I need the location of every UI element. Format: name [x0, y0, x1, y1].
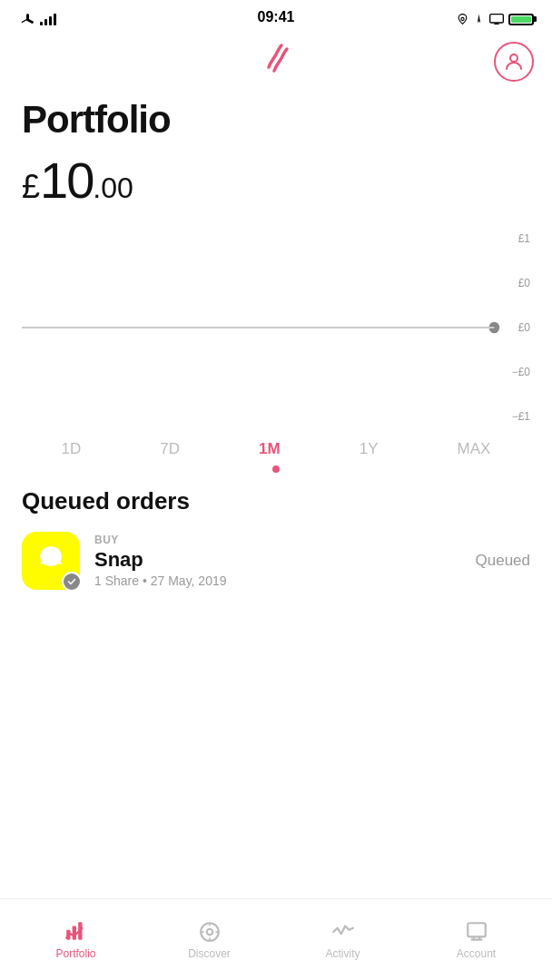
- portfolio-value: £ 10 .00: [22, 151, 530, 210]
- chart-container: £1 £0 £0 −£0 −£1: [22, 228, 530, 427]
- page-title: Portfolio: [22, 98, 530, 142]
- status-right: [457, 13, 534, 25]
- header: [0, 34, 552, 89]
- nav-discover[interactable]: Discover: [143, 920, 276, 960]
- currency-symbol: £: [22, 168, 40, 206]
- svg-rect-7: [72, 926, 75, 939]
- time-1m[interactable]: 1M: [250, 436, 290, 462]
- chart-labels: £1 £0 £0 −£0 −£1: [512, 228, 530, 427]
- order-meta: 1 Share • 27 May, 2019: [94, 573, 461, 588]
- portfolio-chart: [22, 228, 503, 427]
- svg-rect-1: [490, 15, 504, 23]
- discover-icon: [198, 920, 222, 944]
- chart-label-1: £1: [512, 232, 530, 245]
- status-bar: 09:41: [0, 0, 552, 34]
- user-icon: [503, 51, 525, 73]
- status-left: [18, 13, 56, 25]
- time-max[interactable]: MAX: [448, 436, 500, 462]
- svg-point-0: [461, 17, 464, 20]
- time-selector: 1D 7D 1M 1Y MAX: [22, 427, 530, 466]
- order-details: BUY Snap 1 Share • 27 May, 2019: [94, 534, 461, 588]
- order-type: BUY: [94, 534, 461, 546]
- navigation-icon: [473, 13, 485, 25]
- order-item[interactable]: BUY Snap 1 Share • 27 May, 2019 Queued: [22, 532, 530, 590]
- status-time: 09:41: [258, 9, 295, 25]
- main-content: Portfolio £ 10 .00 £1 £0 £0 −£0 −£1 1D 7…: [0, 89, 552, 590]
- nav-portfolio[interactable]: Portfolio: [9, 920, 143, 960]
- nav-activity-label: Activity: [325, 947, 360, 960]
- svg-point-2: [510, 54, 518, 62]
- chart-label-4: −£0: [512, 366, 530, 378]
- chart-label-5: −£1: [512, 410, 530, 423]
- svg-rect-15: [468, 923, 486, 936]
- nav-account-label: Account: [457, 947, 496, 960]
- time-indicator: [22, 466, 530, 473]
- nav-discover-label: Discover: [188, 947, 231, 960]
- time-1y[interactable]: 1Y: [350, 436, 388, 462]
- signal-bars: [40, 13, 56, 25]
- value-integer: 10: [40, 151, 93, 210]
- bottom-nav: Portfolio Discover Activity Account: [0, 898, 552, 980]
- time-7d[interactable]: 7D: [151, 436, 189, 462]
- portfolio-icon: [64, 920, 88, 944]
- chart-label-3: £0: [512, 321, 530, 334]
- queued-badge: [62, 572, 82, 592]
- order-status: Queued: [476, 552, 531, 570]
- stock-icon-wrapper: [22, 532, 80, 590]
- avatar-button[interactable]: [494, 42, 534, 82]
- active-time-dot: [272, 466, 280, 473]
- stock-name: Snap: [94, 548, 461, 572]
- battery-icon: [508, 14, 534, 25]
- app-logo: [256, 42, 296, 82]
- svg-point-10: [206, 928, 212, 935]
- nav-account[interactable]: Account: [409, 920, 543, 960]
- nav-activity[interactable]: Activity: [276, 920, 409, 960]
- screen-icon: [489, 14, 504, 24]
- chart-label-2: £0: [512, 277, 530, 289]
- nav-portfolio-label: Portfolio: [55, 947, 95, 960]
- queued-orders-title: Queued orders: [22, 487, 530, 515]
- time-1d[interactable]: 1D: [53, 436, 91, 462]
- activity-icon: [331, 920, 355, 944]
- account-icon: [465, 920, 488, 944]
- location-icon: [457, 13, 468, 25]
- value-decimal: .00: [93, 172, 133, 205]
- airplane-icon: [18, 13, 34, 25]
